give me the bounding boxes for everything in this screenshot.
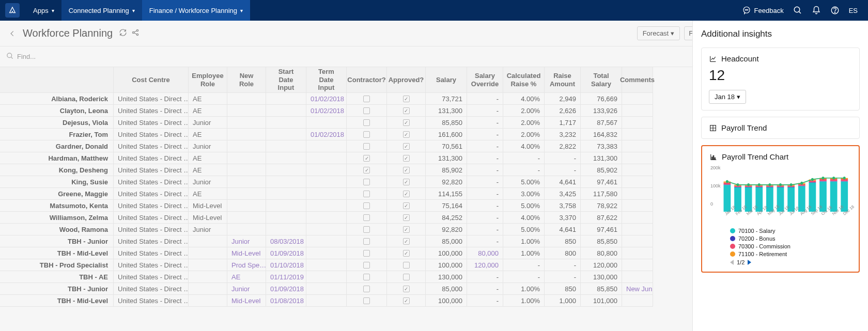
cell-approved[interactable]	[387, 129, 426, 140]
cell-salary[interactable]: 130,000	[426, 271, 467, 283]
cell-approved[interactable]	[387, 176, 426, 188]
back-button[interactable]	[6, 27, 19, 40]
checkbox[interactable]	[363, 250, 370, 257]
cell-salary[interactable]: 73,721	[426, 93, 467, 105]
cell-role[interactable]	[189, 271, 227, 283]
cell-approved[interactable]	[387, 200, 426, 212]
cell-role[interactable]: Junior	[189, 224, 227, 235]
cell-new-role[interactable]: Prod Spe…	[227, 259, 266, 271]
legend-item[interactable]: 71100 - Retirement	[709, 251, 851, 257]
cell-salary-override[interactable]: -	[467, 140, 503, 152]
cell-salary[interactable]: 100,000	[426, 247, 467, 259]
column-header[interactable]: Raise Amount	[545, 67, 581, 93]
cell-total-salary[interactable]: 101,000	[581, 295, 622, 307]
cell-term-date[interactable]: 01/02/2018	[306, 105, 347, 117]
cell-start-date[interactable]: 01/09/2018	[266, 247, 306, 259]
column-header[interactable]: Comments	[622, 67, 653, 93]
cell-term-date[interactable]	[306, 188, 347, 200]
checkbox[interactable]	[363, 297, 370, 304]
column-header[interactable]: Term Date Input	[306, 67, 347, 93]
cell-salary-override[interactable]: -	[467, 212, 503, 224]
cell-raise-amount[interactable]: 3,232	[545, 129, 581, 140]
cell-new-role[interactable]	[227, 105, 266, 117]
cell-salary[interactable]: 100,000	[426, 259, 467, 271]
cell-raise-amount[interactable]: 3,758	[545, 200, 581, 212]
checkbox[interactable]	[363, 214, 370, 221]
help-icon[interactable]	[830, 6, 840, 15]
cell-salary-override[interactable]: -	[467, 271, 503, 283]
cell-raise-pct[interactable]: 2.00%	[503, 129, 545, 140]
cell-term-date[interactable]	[306, 212, 347, 224]
checkbox[interactable]	[403, 286, 410, 292]
checkbox[interactable]	[363, 179, 370, 185]
checkbox[interactable]	[403, 167, 410, 174]
cell-raise-pct[interactable]: 2.00%	[503, 117, 545, 129]
cell-comment[interactable]	[622, 152, 653, 164]
cell-name[interactable]: Frazier, Tom	[0, 129, 114, 140]
cell-raise-pct[interactable]: 4.00%	[503, 212, 545, 224]
cell-name[interactable]: Williamson, Zelma	[0, 212, 114, 224]
cell-cost-centre[interactable]: United States - Direct …	[114, 152, 189, 164]
cell-role[interactable]	[189, 235, 227, 247]
cell-contractor[interactable]	[347, 295, 387, 307]
cell-salary[interactable]: 70,561	[426, 140, 467, 152]
cell-new-role[interactable]	[227, 93, 266, 105]
cell-role[interactable]	[189, 295, 227, 307]
cell-approved[interactable]	[387, 117, 426, 129]
cell-new-role[interactable]	[227, 117, 266, 129]
cell-role[interactable]: AE	[189, 188, 227, 200]
checkbox[interactable]	[403, 238, 410, 245]
checkbox[interactable]	[363, 191, 370, 197]
cell-role[interactable]: AE	[189, 152, 227, 164]
cell-term-date[interactable]	[306, 140, 347, 152]
cell-approved[interactable]	[387, 140, 426, 152]
cell-start-date[interactable]	[266, 164, 306, 176]
cell-contractor[interactable]	[347, 188, 387, 200]
cell-new-role[interactable]: AE	[227, 271, 266, 283]
cell-role[interactable]	[189, 247, 227, 259]
cell-contractor[interactable]	[347, 140, 387, 152]
cell-salary-override[interactable]: -	[467, 283, 503, 295]
cell-start-date[interactable]	[266, 129, 306, 140]
cell-start-date[interactable]	[266, 105, 306, 117]
checkbox[interactable]	[363, 202, 370, 209]
cell-raise-amount[interactable]: -	[545, 164, 581, 176]
cell-salary[interactable]: 100,000	[426, 295, 467, 307]
cell-start-date[interactable]: 01/08/2018	[266, 295, 306, 307]
cell-total-salary[interactable]: 97,461	[581, 176, 622, 188]
cell-salary[interactable]: 85,850	[426, 117, 467, 129]
cell-raise-amount[interactable]: 2,822	[545, 140, 581, 152]
cell-contractor[interactable]	[347, 93, 387, 105]
cell-salary-override[interactable]: -	[467, 129, 503, 140]
cell-approved[interactable]	[387, 164, 426, 176]
checkbox[interactable]	[363, 226, 370, 233]
cell-salary[interactable]: 85,000	[426, 235, 467, 247]
cell-comment[interactable]: New Junio	[622, 283, 653, 295]
search-icon[interactable]	[793, 6, 802, 15]
triangle-right-icon[interactable]	[748, 260, 751, 265]
cell-salary[interactable]: 85,902	[426, 164, 467, 176]
column-header[interactable]: Approved?	[387, 67, 426, 93]
cell-raise-amount[interactable]: 850	[545, 283, 581, 295]
cell-raise-pct[interactable]: 5.00%	[503, 176, 545, 188]
cell-comment[interactable]	[622, 164, 653, 176]
cell-raise-amount[interactable]: 4,641	[545, 176, 581, 188]
cell-raise-amount[interactable]: 3,425	[545, 188, 581, 200]
checkbox[interactable]	[403, 119, 410, 126]
checkbox[interactable]	[403, 297, 410, 304]
cell-cost-centre[interactable]: United States - Direct …	[114, 224, 189, 235]
cell-new-role[interactable]	[227, 152, 266, 164]
cell-cost-centre[interactable]: United States - Direct …	[114, 176, 189, 188]
checkbox[interactable]	[403, 191, 410, 197]
cell-raise-amount[interactable]: 4,641	[545, 224, 581, 235]
cell-approved[interactable]	[387, 212, 426, 224]
cell-role[interactable]: AE	[189, 93, 227, 105]
cell-comment[interactable]	[622, 247, 653, 259]
checkbox[interactable]	[363, 238, 370, 245]
cell-name[interactable]: TBH - Mid-Level	[0, 247, 114, 259]
cell-start-date[interactable]	[266, 188, 306, 200]
cell-term-date[interactable]	[306, 271, 347, 283]
checkbox[interactable]	[363, 143, 370, 150]
column-header[interactable]: Salary Override	[467, 67, 503, 93]
cell-salary-override[interactable]: 80,000	[467, 247, 503, 259]
